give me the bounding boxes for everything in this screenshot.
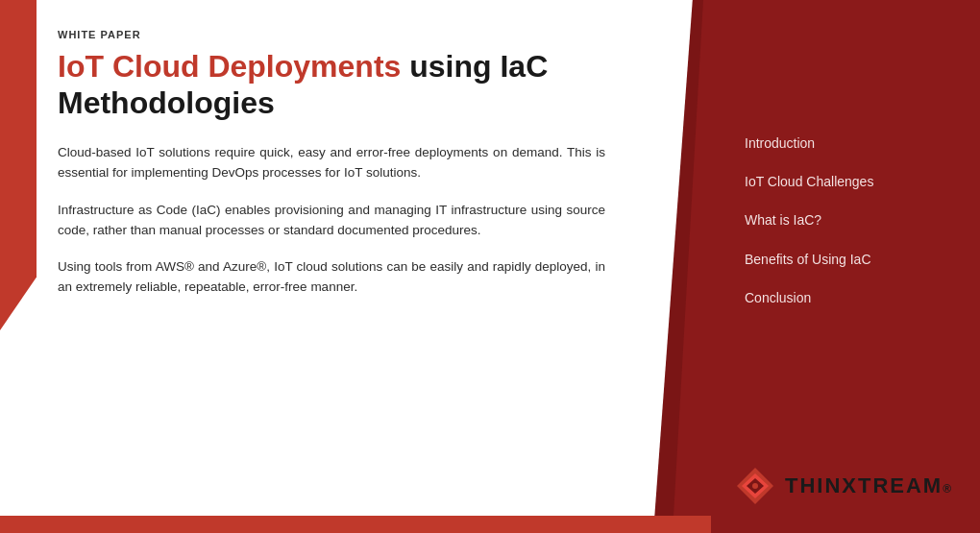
toc-item-what-is-iac[interactable]: What is IaC?: [745, 211, 951, 229]
logo-area: THINXTREAM®: [735, 466, 951, 506]
left-accent-bar: [0, 0, 37, 533]
logo-name: THINXTREAM: [785, 473, 943, 498]
toc-item-benefits[interactable]: Benefits of Using IaC: [745, 251, 951, 268]
toc-item-introduction[interactable]: Introduction: [745, 134, 951, 152]
logo-diamond-icon: [735, 466, 775, 506]
logo-text: THINXTREAM®: [785, 473, 951, 498]
page-container: WHITE PAPER IoT Cloud Deployments using …: [0, 0, 980, 533]
svg-point-3: [752, 483, 758, 489]
toc-item-conclusion[interactable]: Conclusion: [745, 289, 951, 306]
white-paper-label: WHITE PAPER: [58, 29, 673, 40]
title-red-part: IoT Cloud Deployments: [58, 49, 401, 84]
toc-item-iot-challenges[interactable]: IoT Cloud Challenges: [745, 173, 951, 190]
paragraph-3: Using tools from AWS® and Azure®, IoT cl…: [58, 257, 605, 298]
toc-panel: Introduction IoT Cloud Challenges What i…: [682, 0, 980, 461]
paragraph-1: Cloud-based IoT solutions require quick,…: [58, 143, 605, 183]
paragraph-2: Infrastructure as Code (IaC) enables pro…: [58, 201, 605, 241]
title-container: IoT Cloud Deployments using IaC Methodol…: [58, 48, 673, 122]
logo-suffix: ®: [943, 482, 951, 496]
main-content: WHITE PAPER IoT Cloud Deployments using …: [48, 0, 701, 533]
document-title: IoT Cloud Deployments using IaC Methodol…: [58, 48, 673, 122]
